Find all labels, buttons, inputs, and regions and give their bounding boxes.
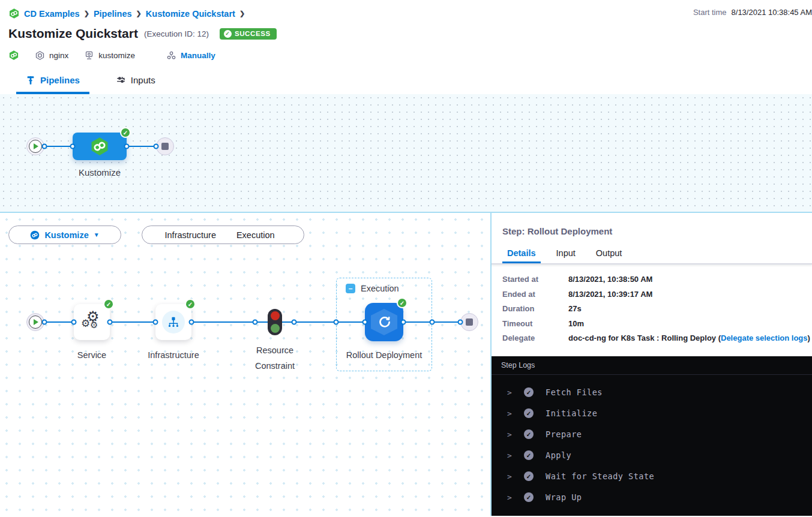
connector-dot [292, 320, 297, 325]
connector-dot [42, 320, 47, 325]
service-gears-icon: ⚙⚙⚙ [80, 311, 103, 333]
start-time-value: 8/13/2021 10:38:45 AM [732, 8, 812, 17]
tab-output[interactable]: Output [596, 248, 622, 263]
stage-end-node[interactable] [460, 313, 478, 331]
step-node-infrastructure[interactable]: ✓ [155, 304, 191, 340]
environment-icon [84, 50, 94, 61]
connector-dot [124, 144, 130, 149]
details-table: Started at 8/13/2021, 10:38:50 AM Ended … [502, 274, 812, 348]
service-icon [35, 50, 45, 61]
step-node-service[interactable]: ⚙⚙⚙ ✓ [74, 304, 110, 340]
connector-dot [458, 320, 463, 325]
play-icon [34, 319, 38, 325]
page-header: CD Examples ❯ Pipelines ❯ Kustomize Quic… [0, 0, 812, 66]
connector-dot [70, 144, 76, 149]
delegate-selection-logs-link[interactable]: Delegate selection logs [721, 333, 808, 342]
chevron-right-icon: ❯ [84, 10, 89, 17]
success-check-icon: ✓ [397, 297, 408, 308]
caret-down-icon: ▼ [94, 232, 100, 238]
trigger-tag: Manually [166, 50, 215, 61]
check-circle-icon: ✓ [524, 450, 534, 460]
panel-tabs: Details Input Output [507, 248, 812, 263]
connector-dot [153, 320, 158, 325]
check-icon: ✓ [224, 30, 232, 38]
connector-dot [401, 320, 406, 325]
harness-cd-icon [8, 50, 19, 61]
log-row-wrap-up[interactable]: > ✓ Wrap Up [492, 487, 812, 508]
stage-graph-canvas: ✓ Kustomize [0, 94, 812, 213]
connector-dot [430, 320, 435, 325]
start-time-label: Start time [693, 8, 727, 17]
toggle-infrastructure[interactable]: Infrastructure [158, 230, 223, 240]
tab-pipelines[interactable]: Pipelines [16, 66, 89, 94]
trigger-icon [166, 50, 176, 61]
log-row-prepare[interactable]: > ✓ Prepare [492, 424, 812, 445]
step-label-rollout-deployment: Rollout Deployment [342, 347, 426, 363]
detail-row-timeout: Timeout 10m [502, 318, 812, 329]
step-logs-header: Step Logs [492, 356, 812, 375]
traffic-light-red [271, 311, 280, 320]
step-label-infrastructure: Infrastructure [131, 347, 215, 363]
chevron-right-icon: > [507, 388, 516, 397]
log-row-fetch-files[interactable]: > ✓ Fetch Files [492, 382, 812, 403]
tab-details[interactable]: Details [507, 248, 536, 263]
harness-cd-icon [89, 136, 110, 157]
step-label-service: Service [56, 347, 128, 363]
check-circle-icon: ✓ [524, 387, 534, 397]
breadcrumb-cd-examples[interactable]: CD Examples [24, 9, 80, 19]
harness-cd-icon [30, 230, 40, 240]
chevron-right-icon: > [507, 493, 516, 502]
detail-row-delegate: Delegate doc-cd-ng for K8s Task : Rollin… [502, 333, 812, 344]
pipeline-end-node[interactable] [156, 137, 174, 155]
collapse-minus-icon[interactable]: – [346, 284, 355, 293]
harness-cd-icon [8, 8, 20, 19]
trigger-link[interactable]: Manually [181, 51, 215, 60]
stage-node-kustomize[interactable]: ✓ [73, 133, 127, 160]
stop-icon [161, 143, 169, 150]
detail-row-started-at: Started at 8/13/2021, 10:38:50 AM [502, 274, 812, 285]
connector-dot [71, 320, 77, 325]
stop-icon [466, 318, 473, 326]
chevron-right-icon: ❯ [136, 10, 142, 17]
stage-label: Kustomize [64, 165, 136, 181]
detail-row-ended-at: Ended at 8/13/2021, 10:39:17 AM [502, 289, 812, 300]
panel-divider [492, 263, 812, 264]
view-toggle: Infrastructure Execution [142, 226, 304, 244]
chevron-right-icon: > [507, 472, 516, 481]
environment-name: kustomize [98, 51, 135, 60]
breadcrumb: CD Examples ❯ Pipelines ❯ Kustomize Quic… [8, 8, 812, 19]
success-check-icon: ✓ [120, 127, 131, 138]
execution-graph-canvas: Kustomize ▼ Infrastructure Execution ⚙⚙⚙… [0, 213, 490, 516]
start-time: Start time8/13/2021 10:38:45 AM [693, 8, 812, 17]
tab-input[interactable]: Input [556, 248, 576, 263]
log-row-initialize[interactable]: > ✓ Initialize [492, 403, 812, 424]
success-check-icon: ✓ [185, 299, 196, 309]
environment-tag: kustomize [84, 50, 135, 61]
pipeline-icon [26, 76, 35, 85]
execution-id: (Execution ID: 12) [144, 29, 209, 38]
log-row-apply[interactable]: > ✓ Apply [492, 445, 812, 466]
toggle-execution[interactable]: Execution [223, 230, 289, 240]
step-logs-console: Step Logs > ✓ Fetch Files > ✓ Initialize… [492, 356, 812, 516]
service-name: nginx [49, 51, 68, 60]
module-tag [8, 50, 19, 61]
step-node-resource-constraint[interactable] [268, 309, 282, 335]
connector-dot [362, 320, 368, 325]
chevron-right-icon: > [507, 451, 516, 460]
breadcrumb-kustomize-quickstart[interactable]: Kustomize Quickstart [146, 9, 235, 19]
breadcrumb-pipelines[interactable]: Pipelines [94, 9, 132, 19]
rollout-redeploy-icon [376, 314, 392, 330]
top-tabbar: Pipelines Inputs [0, 66, 812, 94]
page-title: Kustomize Quickstart [8, 26, 138, 41]
step-node-rollout-deployment[interactable]: ✓ [365, 303, 403, 341]
check-circle-icon: ✓ [524, 492, 534, 502]
step-label-resource-constraint: Resource Constraint [239, 342, 311, 374]
execution-group-label: Execution [361, 284, 399, 293]
status-badge: ✓ SUCCESS [220, 28, 277, 40]
stage-selector-dropdown[interactable]: Kustomize ▼ [8, 226, 121, 244]
check-circle-icon: ✓ [524, 471, 534, 481]
infrastructure-icon [167, 315, 180, 329]
chevron-right-icon: > [507, 409, 516, 418]
tab-inputs[interactable]: Inputs [106, 66, 165, 94]
log-row-wait-for-steady-state[interactable]: > ✓ Wait for Steady State [492, 466, 812, 487]
